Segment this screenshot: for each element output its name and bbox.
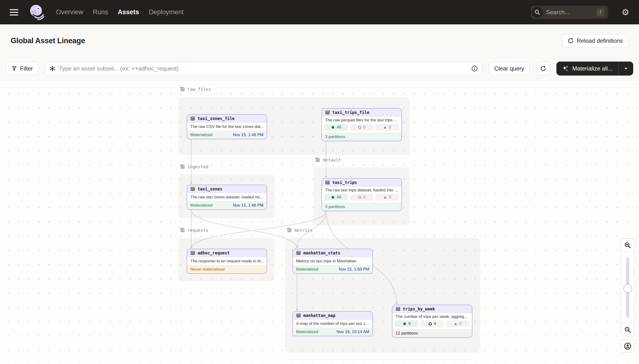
zoom-slider-thumb[interactable] <box>623 284 632 293</box>
asset-group-name: requests <box>187 228 208 233</box>
nav-tab-overview[interactable]: Overview <box>56 8 83 16</box>
table-icon <box>190 250 195 256</box>
page-header: Global Asset Lineage Reload definitions <box>0 24 639 57</box>
asset-description: The raw CSV file for the taxi zones dat.… <box>187 122 267 131</box>
asset-group-label-ingested[interactable]: ingested <box>179 164 208 170</box>
partition-health-badges: All00 <box>322 193 401 203</box>
partition-badge-count: 0 <box>363 195 366 200</box>
asset-name: manhattan_map <box>303 313 335 318</box>
zoom-slider <box>620 252 635 323</box>
partition-badge-count: 0 <box>459 322 461 326</box>
asset-group-label-raw_files[interactable]: raw_files <box>179 86 211 92</box>
download-icon <box>624 342 631 350</box>
asset-description: The number of trips per week, aggreg... <box>392 313 472 320</box>
nav-tab-deployment[interactable]: Deployment <box>149 8 184 16</box>
asset-subset-input[interactable] <box>59 65 467 72</box>
missing-triangle-icon <box>383 196 387 199</box>
table-icon <box>190 186 195 192</box>
materialize-all-button[interactable]: Materialize all... <box>556 65 618 72</box>
missing-triangle-icon <box>454 322 457 326</box>
reload-icon <box>567 38 574 44</box>
table-icon <box>296 250 301 256</box>
asset-node-taxi_trips_file[interactable]: taxi_trips_fileThe raw parquet files for… <box>321 108 402 141</box>
op-selector-icon <box>49 66 56 72</box>
failed-ring-icon <box>428 322 432 326</box>
status-label: Materialized <box>296 330 318 334</box>
reload-definitions-button[interactable]: Reload definitions <box>562 34 628 48</box>
asset-node-adhoc_request[interactable]: adhoc_requestThe response to an request … <box>187 248 267 274</box>
status-label: Materialized <box>190 203 213 208</box>
asset-group-label-default[interactable]: default <box>314 157 341 163</box>
asset-node-taxi_zones[interactable]: taxi_zonesThe raw taxi zones dataset, lo… <box>187 185 267 210</box>
materialize-options-dropdown[interactable] <box>619 66 633 71</box>
asset-name: trips_by_week <box>403 306 435 312</box>
asset-description: The response to an request made in th... <box>187 257 267 265</box>
asset-node-header: manhattan_stats <box>293 249 372 257</box>
filter-button[interactable]: Filter <box>6 62 39 75</box>
partition-badge-count: All <box>337 195 341 200</box>
asset-status-footer: 12 partitions <box>392 329 472 337</box>
asset-node-taxi_trips[interactable]: taxi_tripsThe raw taxi trips dataset, lo… <box>321 178 402 211</box>
chevron-down-icon <box>623 66 628 71</box>
partition-health-badges: All00 <box>322 123 401 133</box>
asset-status-footer: MaterializedNov 15, 1:50 PM <box>293 265 372 273</box>
global-search[interactable]: / <box>531 6 608 19</box>
asset-description: The raw parquet files for the taxi trips… <box>322 116 401 123</box>
partition-badge: 0 <box>350 124 374 130</box>
zoom-in-icon <box>624 242 631 249</box>
asset-group-icon <box>179 86 185 92</box>
failed-ring-icon <box>358 196 362 199</box>
settings-gear-icon[interactable]: ⚙ <box>621 8 629 17</box>
asset-node-header: trips_by_week <box>392 305 472 313</box>
materialization-timestamp: Nov 16, 10:14 AM <box>337 330 369 334</box>
asset-name: taxi_zones_file <box>198 116 235 121</box>
info-icon[interactable] <box>471 65 478 72</box>
asset-group-icon <box>179 164 185 170</box>
asset-node-header: taxi_zones <box>187 185 267 193</box>
dagster-logo-icon[interactable] <box>29 4 45 21</box>
partition-badge: 0 <box>375 194 399 200</box>
partition-badge: All <box>324 194 348 200</box>
asset-name: taxi_zones <box>198 186 222 192</box>
nav-tab-runs[interactable]: Runs <box>93 8 108 16</box>
asset-node-trips_by_week[interactable]: trips_by_weekThe number of trips per wee… <box>392 304 472 338</box>
search-shortcut-key: / <box>596 8 605 16</box>
zoom-out-button[interactable] <box>620 323 635 336</box>
partition-badge-count: 4 <box>434 322 436 326</box>
asset-description: Metrics on taxi trips in Manhattan <box>293 257 372 265</box>
asset-node-taxi_zones_file[interactable]: taxi_zones_fileThe raw CSV file for the … <box>187 114 267 139</box>
asset-subset-query <box>45 62 482 76</box>
page-title: Global Asset Lineage <box>11 36 85 45</box>
status-label: Never materialized <box>190 267 225 272</box>
lineage-toolbar: Filter Clear query Materialize all... <box>0 57 639 80</box>
partition-badge-count: All <box>337 125 341 130</box>
partition-badge: All <box>324 124 348 130</box>
asset-node-manhattan_stats[interactable]: manhattan_statsMetrics on taxi trips in … <box>292 248 373 274</box>
status-label: Materialized <box>190 132 213 137</box>
partition-badge-count: 0 <box>389 125 391 130</box>
zoom-controls <box>620 238 635 353</box>
status-label: 3 partitions <box>325 204 345 209</box>
clear-query-button[interactable]: Clear query <box>489 62 530 75</box>
status-label: 3 partitions <box>325 134 345 139</box>
partition-badge: 8 <box>395 320 418 327</box>
partition-badge-count: 0 <box>389 195 391 200</box>
download-image-button[interactable] <box>620 340 635 353</box>
asset-group-label-requests[interactable]: requests <box>179 227 208 233</box>
refresh-button[interactable] <box>536 62 550 75</box>
partition-badge: 4 <box>420 320 444 327</box>
materialized-dot-icon <box>403 322 406 326</box>
asset-group-label-metrics[interactable]: metrics <box>286 227 313 233</box>
zoom-in-button[interactable] <box>620 238 635 252</box>
asset-description: The raw taxi trips dataset, loaded into … <box>322 186 401 193</box>
asset-status-footer: MaterializedNov 15, 1:46 PM <box>187 131 267 139</box>
search-input[interactable] <box>546 9 587 16</box>
lineage-canvas[interactable]: raw_files ingested default requests metr… <box>0 80 639 364</box>
materialization-timestamp: Nov 15, 1:46 PM <box>233 203 263 208</box>
asset-node-manhattan_map[interactable]: manhattan_mapA map of the number of trip… <box>292 311 373 336</box>
asset-name: taxi_trips <box>332 180 357 185</box>
hamburger-menu-icon[interactable] <box>10 9 18 16</box>
table-icon <box>396 306 400 312</box>
nav-tab-assets[interactable]: Assets <box>118 8 139 16</box>
status-label: 12 partitions <box>396 331 418 336</box>
